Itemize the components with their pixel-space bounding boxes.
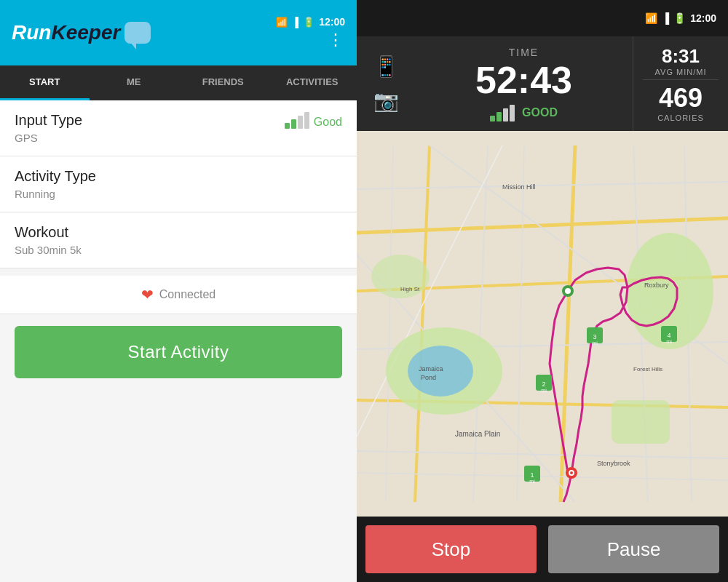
right-signal-icon: ▐: [662, 12, 669, 24]
nav-tabs: START ME FRIENDS ACTIVITIES: [0, 65, 357, 100]
time-display: 12:00: [319, 16, 345, 28]
header-right: 📶 ▐ 🔋 12:00 ⋮: [276, 16, 345, 49]
wifi-icon: 📶: [276, 17, 288, 28]
right-panel: 📶 ▐ 🔋 12:00 📱 📷 TIME 52:43 GOOD: [357, 0, 728, 582]
tab-start[interactable]: START: [0, 65, 90, 100]
tab-friends[interactable]: FRIENDS: [178, 65, 268, 100]
pause-button[interactable]: Pause: [548, 525, 719, 573]
svg-text:4: 4: [667, 332, 670, 339]
signal-label: Good: [314, 116, 342, 129]
input-type-value: GPS: [15, 132, 82, 144]
activity-type-row: Activity Type Running: [0, 156, 357, 212]
start-activity-button[interactable]: Start Activity: [15, 326, 342, 378]
start-button-container: Start Activity: [0, 314, 357, 390]
input-type-row: Input Type GPS Good: [0, 100, 357, 156]
map-container: Jamaica Pond Roxbury Forest Mission Hill…: [357, 131, 728, 517]
input-type-label: Input Type: [15, 112, 82, 129]
svg-text:Jamaica: Jamaica: [419, 365, 443, 372]
right-time: 12:00: [690, 12, 716, 24]
gps-label: GOOD: [522, 106, 558, 119]
map-svg: Jamaica Pond Roxbury Forest Mission Hill…: [357, 131, 728, 517]
workout-label: Workout: [15, 224, 342, 241]
svg-text:Roxbury: Roxbury: [644, 282, 669, 289]
workout-row: Workout Sub 30min 5k: [0, 212, 357, 268]
logo-keeper: Keeper: [51, 21, 120, 44]
svg-text:mi: mi: [541, 388, 547, 393]
content-area: Input Type GPS Good Activity Type Runnin…: [0, 100, 357, 582]
divider: [643, 79, 719, 80]
svg-text:3: 3: [593, 333, 596, 340]
svg-text:Pond: Pond: [421, 374, 436, 381]
svg-text:Mission Hill: Mission Hill: [502, 183, 536, 191]
connected-row: ❤ Connected: [0, 276, 357, 314]
heart-icon: ❤: [141, 286, 154, 303]
svg-text:Forest Hills: Forest Hills: [633, 366, 662, 372]
svg-text:mi: mi: [529, 479, 535, 484]
stats-bar: 📱 📷 TIME 52:43 GOOD 8:31 AVG MIN/MI: [357, 36, 728, 131]
stat-right: 8:31 AVG MIN/MI 469 CALORIES: [633, 36, 728, 131]
signal-icon: ▐: [292, 17, 298, 28]
svg-text:High St: High St: [400, 286, 420, 292]
tab-activities[interactable]: ACTIVITIES: [268, 65, 357, 100]
svg-point-46: [570, 471, 573, 474]
phone-icon[interactable]: 📱: [373, 55, 399, 79]
svg-point-48: [565, 288, 571, 294]
status-bar: 📶 ▐ 🔋 12:00: [276, 16, 345, 28]
calories-stat: 469 CALORIES: [657, 83, 704, 122]
right-status-bar: 📶 ▐ 🔋 12:00: [645, 12, 716, 24]
svg-text:mi: mi: [592, 340, 598, 346]
camera-icon[interactable]: 📷: [373, 89, 399, 113]
stat-time: TIME 52:43 GOOD: [415, 36, 633, 131]
svg-text:Jamaica Plain: Jamaica Plain: [455, 430, 500, 438]
activity-type-label: Activity Type: [15, 168, 342, 185]
workout-value: Sub 30min 5k: [15, 244, 342, 256]
activity-type-value: Running: [15, 188, 342, 200]
right-wifi-icon: 📶: [645, 12, 657, 24]
svg-text:Stonybrook: Stonybrook: [597, 460, 630, 467]
right-header: 📶 ▐ 🔋 12:00: [357, 0, 728, 36]
time-label: TIME: [509, 47, 539, 58]
battery-icon: 🔋: [303, 17, 314, 28]
logo-run: Run: [12, 21, 51, 44]
menu-button[interactable]: ⋮: [328, 31, 345, 49]
avg-stat: 8:31 AVG MIN/MI: [655, 45, 707, 76]
svg-text:1: 1: [530, 471, 534, 479]
gps-row: GOOD: [490, 105, 558, 121]
left-panel: RunKeeper 📶 ▐ 🔋 12:00 ⋮ START ME FRIENDS…: [0, 0, 357, 582]
svg-rect-20: [612, 400, 670, 444]
calories-value: 469: [657, 83, 704, 113]
gps-signal: Good: [285, 112, 342, 129]
left-header: RunKeeper 📶 ▐ 🔋 12:00 ⋮: [0, 0, 357, 65]
svg-text:mi: mi: [666, 339, 672, 344]
logo-bubble: [124, 22, 151, 44]
bottom-buttons: Stop Pause: [357, 517, 728, 582]
stop-button[interactable]: Stop: [365, 525, 537, 573]
time-value: 52:43: [475, 61, 572, 99]
logo: RunKeeper: [12, 21, 151, 44]
svg-text:2: 2: [542, 380, 545, 388]
right-battery-icon: 🔋: [673, 12, 686, 24]
tab-me[interactable]: ME: [90, 65, 179, 100]
avg-label: AVG MIN/MI: [655, 68, 707, 76]
calories-label: CALORIES: [657, 113, 704, 122]
stat-icons: 📱 📷: [357, 36, 415, 131]
connected-text: Connected: [159, 288, 215, 301]
avg-value: 8:31: [655, 45, 707, 68]
